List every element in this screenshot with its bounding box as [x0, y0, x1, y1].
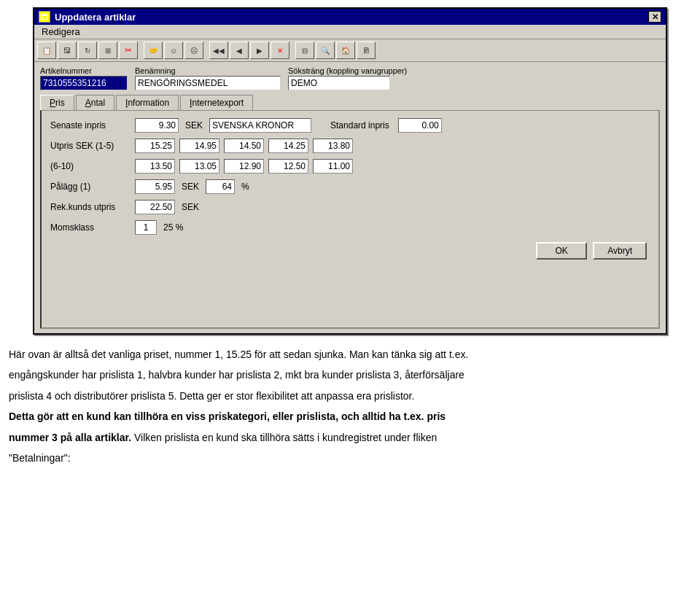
utpris-row1: Utpris SEK (1-5): [50, 139, 650, 153]
standard-inpris-input[interactable]: [398, 118, 442, 133]
menu-bar: Redigera: [34, 25, 666, 39]
menu-item-redigera[interactable]: Redigera: [37, 25, 85, 39]
palagg-label: Pålägg (1): [50, 182, 131, 192]
bottom-line4: Detta gör att en kund kan tillhöra en vi…: [9, 408, 691, 424]
rek-unit: SEK: [182, 202, 199, 212]
main-panel: Senaste inpris SEK Standard inpris Utpri…: [40, 110, 660, 329]
rek-row: Rek.kunds utpris SEK: [50, 200, 650, 214]
bottom-line2: engångskunder har prislista 1, halvbra k…: [9, 367, 691, 383]
bottom-line5: nummer 3 på alla artiklar. Vilken prisli…: [9, 429, 691, 445]
tab-information[interactable]: Information: [116, 95, 179, 110]
utpris-label: Utpris SEK (1-5): [50, 141, 131, 151]
benamning-input[interactable]: [135, 76, 281, 90]
artikelnummer-input[interactable]: [40, 76, 128, 90]
window-icon: 🗔: [39, 11, 50, 23]
utpris-3-input[interactable]: [224, 139, 264, 153]
bottom-line1: Här ovan är alltså det vanliga priset, n…: [9, 346, 691, 362]
tab-internetexport[interactable]: Internetexport: [180, 95, 253, 110]
currency-input[interactable]: [209, 118, 311, 133]
senaste-inpris-row: Senaste inpris SEK Standard inpris: [50, 118, 650, 133]
palagg-row: Pålägg (1) SEK %: [50, 179, 650, 194]
utpris2-3-input[interactable]: [224, 159, 264, 174]
utpris-4-input[interactable]: [268, 139, 308, 153]
bottom-line3: prislista 4 och distributörer prislista …: [9, 388, 691, 404]
artikelnummer-label: Artikelnummer: [40, 66, 128, 75]
toolbar-btn-14[interactable]: 🔍: [316, 42, 335, 59]
utpris-5-input[interactable]: [313, 139, 353, 153]
utpris2-label: (6-10): [50, 161, 131, 171]
momsklass-input[interactable]: [135, 220, 157, 235]
utpris-1-input[interactable]: [135, 139, 175, 153]
content-area: Artikelnummer Benämning Söksträng (koppl…: [34, 62, 666, 333]
close-button[interactable]: ✕: [648, 11, 661, 23]
tab-pris[interactable]: Pris: [40, 95, 74, 110]
tab-bar: Pris Antal Information Internetexport: [40, 95, 660, 110]
toolbar-btn-16[interactable]: 🖹: [357, 42, 376, 59]
palagg-input[interactable]: [135, 179, 175, 194]
benamning-group: Benämning: [135, 66, 281, 90]
tab-antal[interactable]: Antal: [76, 95, 114, 110]
sokstrang-group: Söksträng (koppling varugrupper): [288, 66, 407, 90]
toolbar-btn-4[interactable]: ⊞: [98, 42, 117, 59]
toolbar: 📋 🖫 ↻ ⊞ ✂ 🤝 ☺ ☹ ◀◀ ◀ ▶ ✕ ⊟ 🔍 🏠 🖹: [34, 39, 666, 62]
button-row: OK Avbryt: [50, 242, 650, 260]
toolbar-btn-11[interactable]: ▶: [250, 42, 269, 59]
utpris-row2: (6-10): [50, 159, 650, 174]
main-window: 🗔 Uppdatera artiklar ✕ Redigera 📋 🖫 ↻ ⊞ …: [33, 7, 667, 335]
toolbar-btn-2[interactable]: 🖫: [58, 42, 77, 59]
title-bar: 🗔 Uppdatera artiklar ✕: [34, 9, 666, 25]
toolbar-btn-6[interactable]: 🤝: [144, 42, 163, 59]
senaste-inpris-unit: SEK: [185, 120, 203, 131]
benamning-label: Benämning: [135, 66, 281, 75]
toolbar-btn-13[interactable]: ⊟: [295, 42, 314, 59]
utpris-2-input[interactable]: [179, 139, 219, 153]
toolbar-btn-8[interactable]: ☹: [184, 42, 203, 59]
palagg-unit: SEK: [182, 182, 199, 192]
tab-pris-label: ris: [55, 98, 65, 108]
tab-internetexport-label: nternetexport: [192, 98, 244, 108]
toolbar-btn-9[interactable]: ◀◀: [209, 42, 228, 59]
momsklass-pct: 25 %: [163, 222, 183, 233]
toolbar-btn-12[interactable]: ✕: [271, 42, 289, 59]
toolbar-btn-7[interactable]: ☺: [164, 42, 183, 59]
avbryt-button[interactable]: Avbryt: [593, 242, 647, 260]
toolbar-btn-3[interactable]: ↻: [78, 42, 97, 59]
toolbar-btn-5[interactable]: ✂: [119, 42, 138, 59]
artikelnummer-group: Artikelnummer: [40, 66, 128, 90]
tab-antal-label: ntal: [91, 98, 105, 108]
utpris2-5-input[interactable]: [313, 159, 353, 174]
sokstrang-input[interactable]: [288, 76, 390, 90]
toolbar-btn-1[interactable]: 📋: [37, 42, 56, 59]
utpris2-4-input[interactable]: [268, 159, 308, 174]
palagg-pct-sign: %: [241, 182, 249, 192]
bottom-text-area: Här ovan är alltså det vanliga priset, n…: [0, 335, 700, 478]
senaste-inpris-label: Senaste inpris: [50, 120, 131, 131]
standard-inpris-label: Standard inpris: [330, 120, 389, 131]
utpris2-2-input[interactable]: [179, 159, 219, 174]
tab-information-label: nformation: [128, 98, 169, 108]
sokstrang-label: Söksträng (koppling varugrupper): [288, 66, 407, 75]
ok-button[interactable]: OK: [536, 242, 587, 260]
utpris2-1-input[interactable]: [135, 159, 175, 174]
senaste-inpris-input[interactable]: [135, 118, 179, 133]
top-fields-row: Artikelnummer Benämning Söksträng (koppl…: [40, 66, 660, 90]
bottom-line6: "Betalningar":: [9, 450, 691, 466]
momsklass-label: Momsklass: [50, 222, 131, 233]
palagg-pct-input[interactable]: [206, 179, 235, 194]
rek-input[interactable]: [135, 200, 175, 214]
toolbar-btn-15[interactable]: 🏠: [336, 42, 355, 59]
rek-label: Rek.kunds utpris: [50, 202, 131, 212]
window-title: Uppdatera artiklar: [55, 12, 136, 23]
momsklass-row: Momsklass 25 %: [50, 220, 650, 235]
toolbar-btn-10[interactable]: ◀: [230, 42, 249, 59]
